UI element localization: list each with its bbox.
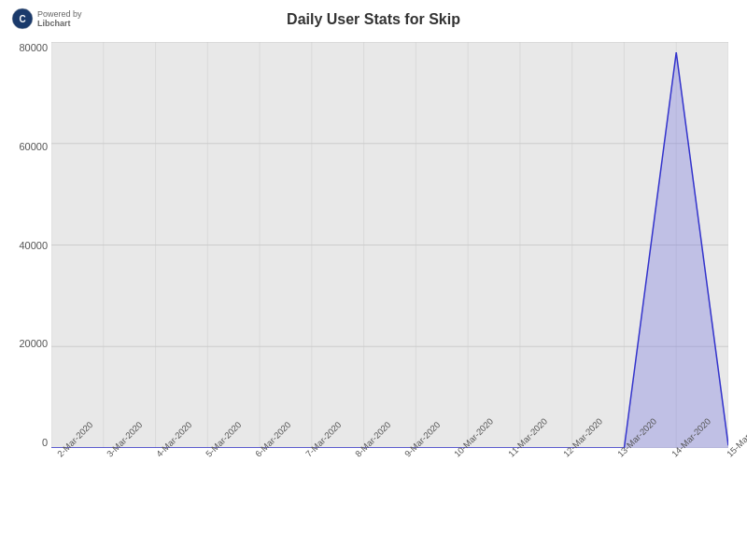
x-label-wrapper-2: 3-Mar-2020 (101, 448, 150, 462)
chart-line (51, 52, 728, 448)
x-label-wrapper-5: 6-Mar-2020 (249, 448, 299, 462)
x-label-wrapper-4: 5-Mar-2020 (200, 448, 249, 462)
x-label-wrapper-14: 15-Mar-2020 (721, 448, 747, 462)
x-label-wrapper-6: 7-Mar-2020 (300, 448, 349, 462)
y-axis: 80000 60000 40000 20000 0 (9, 42, 51, 448)
chart-svg (51, 42, 728, 448)
branding: C Powered by Libchart (11, 7, 82, 30)
x-label-wrapper-10: 11-Mar-2020 (502, 448, 557, 462)
powered-by-text: Powered by Libchart (37, 9, 82, 28)
libchart-logo: C (11, 7, 34, 30)
y-label-0: 0 (42, 437, 51, 448)
chart-plot-area (51, 42, 728, 448)
svg-text:C: C (19, 14, 25, 24)
x-label-wrapper-11: 12-Mar-2020 (557, 448, 612, 462)
y-label-60000: 60000 (19, 141, 51, 152)
x-label-wrapper-8: 9-Mar-2020 (399, 448, 448, 462)
x-label-wrapper-7: 8-Mar-2020 (349, 448, 399, 462)
y-label-80000: 80000 (19, 42, 51, 53)
x-axis-labels: 2-Mar-2020 3-Mar-2020 4-Mar-2020 5-Mar-2… (51, 448, 728, 551)
x-label-wrapper-12: 13-Mar-2020 (612, 448, 666, 462)
x-label-wrapper-9: 10-Mar-2020 (448, 448, 502, 462)
chart-fill (51, 52, 728, 448)
x-label-wrapper-1: 2-Mar-2020 (51, 448, 101, 462)
chart-title: Daily User Stats for Skip (0, 0, 747, 35)
x-label-wrapper-3: 4-Mar-2020 (150, 448, 200, 462)
chart-container: C Powered by Libchart Daily User Stats f… (0, 0, 747, 560)
x-label-wrapper-13: 14-Mar-2020 (666, 448, 720, 462)
y-label-40000: 40000 (19, 240, 51, 251)
y-label-20000: 20000 (19, 338, 51, 349)
